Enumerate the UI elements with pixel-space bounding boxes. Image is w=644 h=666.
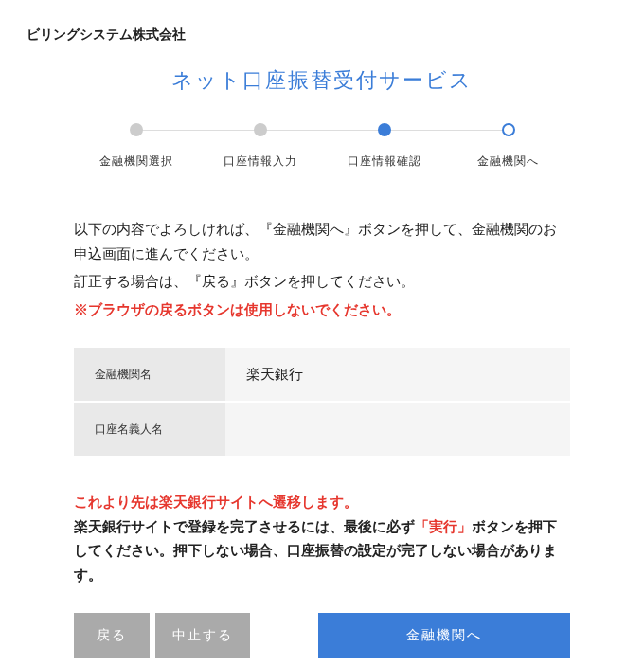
step-label: 金融機関へ <box>446 153 570 170</box>
spacer <box>256 613 313 658</box>
redirect-notice: これより先は楽天銀行サイトへ遷移します。 <box>74 490 570 514</box>
step-dot-icon <box>130 123 143 136</box>
account-holder-label: 口座名義人名 <box>74 403 225 456</box>
button-row: 戻る 中止する 金融機関へ <box>74 613 570 658</box>
service-title: ネット口座振替受付サービス <box>74 66 570 95</box>
step-label: 口座情報確認 <box>322 153 446 170</box>
instruction-text-2: 訂正する場合は、『戻る』ボタンを押してください。 <box>74 269 570 294</box>
cancel-button[interactable]: 中止する <box>155 613 250 658</box>
step-label: 口座情報入力 <box>198 153 322 170</box>
progress-stepper: 金融機関選択 口座情報入力 口座情報確認 金融機関へ <box>74 123 570 170</box>
account-holder-value <box>225 403 570 456</box>
company-name: ビリングシステム株式会社 <box>0 0 644 44</box>
table-row: 金融機関名 楽天銀行 <box>74 348 570 401</box>
notice-emphasis: 「実行」 <box>415 518 472 534</box>
confirmation-table: 金融機関名 楽天銀行 口座名義人名 <box>74 348 570 456</box>
step-dot-icon <box>502 123 515 136</box>
table-row: 口座名義人名 <box>74 403 570 456</box>
bank-name-label: 金融機関名 <box>74 348 225 401</box>
step-dot-icon <box>254 123 267 136</box>
execute-notice: 楽天銀行サイトで登録を完了させるには、最後に必ず「実行」ボタンを押下してください… <box>74 514 570 587</box>
step-dot-icon <box>378 123 391 136</box>
notice-part-1: 楽天銀行サイトで登録を完了させるには、最後に必ず <box>74 518 415 534</box>
proceed-button[interactable]: 金融機関へ <box>318 613 570 658</box>
back-button[interactable]: 戻る <box>74 613 150 658</box>
instruction-text-1: 以下の内容でよろしければ、『金融機関へ』ボタンを押して、金融機関のお申込画面に進… <box>74 217 570 265</box>
bank-name-value: 楽天銀行 <box>225 348 570 401</box>
step-label: 金融機関選択 <box>74 153 198 170</box>
browser-back-warning: ※ブラウザの戻るボタンは使用しないでください。 <box>74 297 570 322</box>
